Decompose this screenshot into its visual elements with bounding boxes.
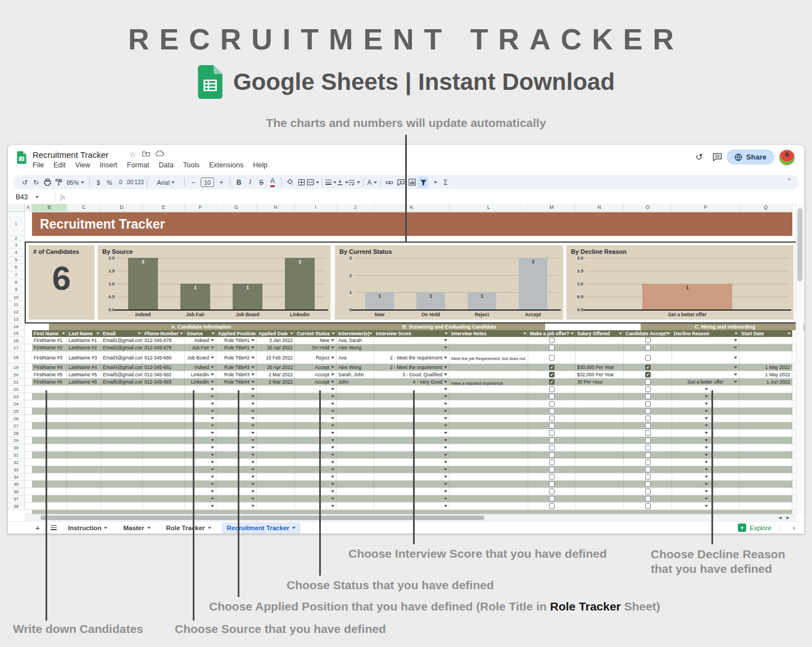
table-cell[interactable] — [672, 452, 740, 458]
account-avatar[interactable] — [779, 149, 795, 166]
table-cell[interactable] — [450, 495, 528, 502]
dropdown-caret-icon[interactable] — [444, 395, 447, 398]
column-header-K[interactable]: K — [374, 204, 450, 212]
column-header-N[interactable]: N — [575, 204, 624, 212]
table-cell[interactable] — [740, 352, 792, 363]
table-cell[interactable] — [450, 422, 528, 429]
dropdown-caret-icon[interactable] — [251, 366, 255, 368]
table-cell[interactable]: FirstName #4 — [32, 364, 67, 371]
row-header-35[interactable]: 35 — [8, 481, 25, 488]
table-cell[interactable] — [450, 466, 528, 473]
table-cell[interactable]: $30,000 Per Year — [575, 364, 624, 371]
dropdown-caret-icon[interactable] — [331, 490, 334, 493]
checkbox-unchecked[interactable] — [549, 416, 555, 421]
dropdown-caret-icon[interactable] — [705, 439, 708, 441]
menu-help[interactable]: Help — [253, 161, 267, 169]
comments-icon[interactable] — [713, 153, 722, 161]
text-wrap-icon[interactable] — [348, 176, 360, 188]
dropdown-caret-icon[interactable] — [734, 373, 737, 376]
row-header-14[interactable]: 14 — [8, 324, 25, 330]
table-cell[interactable] — [740, 400, 792, 407]
all-sheets-icon[interactable] — [47, 525, 60, 530]
sheets-logo-icon[interactable] — [17, 151, 26, 164]
column-header-L[interactable]: L — [450, 204, 528, 212]
dropdown-caret-icon[interactable] — [211, 432, 214, 434]
table-cell[interactable]: 012-345-681 — [143, 364, 185, 371]
table-cell[interactable] — [528, 352, 575, 363]
table-cell[interactable] — [337, 430, 374, 436]
checkbox-unchecked[interactable] — [549, 474, 555, 480]
table-cell[interactable] — [374, 393, 450, 400]
checkbox-unchecked[interactable] — [549, 386, 555, 392]
table-cell[interactable] — [337, 466, 374, 473]
table-cell[interactable] — [101, 400, 143, 407]
table-cell[interactable] — [528, 488, 575, 495]
dropdown-caret-icon[interactable] — [444, 373, 447, 376]
table-cell[interactable] — [32, 466, 67, 473]
dropdown-caret-icon[interactable] — [331, 373, 334, 376]
dropdown-caret-icon[interactable] — [331, 417, 334, 420]
table-cell[interactable] — [672, 408, 740, 414]
table-cell[interactable] — [216, 422, 257, 429]
table-cell[interactable] — [216, 503, 257, 509]
row-header-15[interactable]: 15 — [8, 330, 25, 337]
table-cell[interactable] — [450, 408, 528, 414]
table-cell[interactable] — [337, 422, 374, 429]
checkbox-unchecked[interactable] — [549, 496, 555, 502]
insert-comment-icon[interactable] — [395, 176, 406, 188]
table-cell[interactable] — [374, 337, 450, 344]
insert-link-icon[interactable] — [384, 176, 395, 188]
dropdown-caret-icon[interactable] — [444, 410, 447, 412]
dropdown-caret-icon[interactable] — [211, 395, 214, 398]
collapse-panel-icon[interactable]: ‹ — [793, 523, 795, 532]
column-header-O[interactable]: O — [624, 204, 672, 212]
table-cell[interactable] — [101, 393, 143, 400]
table-cell[interactable] — [67, 437, 101, 444]
table-cell[interactable] — [143, 459, 185, 466]
table-cell[interactable] — [740, 466, 792, 473]
checkbox-unchecked[interactable] — [549, 345, 555, 350]
table-cell[interactable] — [185, 400, 216, 407]
dropdown-caret-icon[interactable] — [444, 454, 447, 456]
table-cell[interactable] — [528, 393, 575, 400]
merge-cells-icon[interactable] — [307, 176, 319, 188]
table-cell[interactable] — [216, 481, 257, 487]
table-cell[interactable] — [67, 473, 101, 480]
table-cell[interactable] — [257, 393, 295, 400]
table-cell[interactable] — [672, 400, 740, 407]
table-cell[interactable] — [528, 422, 575, 429]
table-cell[interactable] — [32, 422, 67, 429]
table-cell[interactable]: Indeed — [185, 337, 216, 344]
table-cell[interactable]: LastName #5 — [67, 371, 101, 378]
filter-icon[interactable] — [734, 332, 738, 335]
table-cell[interactable] — [740, 503, 792, 509]
row-header-34[interactable]: 34 — [8, 473, 25, 481]
col-header-applied-date[interactable]: Applied Date — [257, 330, 295, 337]
fill-color-icon[interactable] — [284, 176, 296, 188]
table-cell[interactable] — [32, 459, 67, 466]
table-cell[interactable] — [374, 452, 450, 458]
name-box[interactable]: B43 — [8, 193, 51, 201]
table-cell[interactable] — [624, 352, 672, 363]
table-cell[interactable] — [143, 437, 185, 444]
dropdown-caret-icon[interactable] — [251, 476, 255, 478]
row-header-16[interactable]: 16 — [8, 337, 25, 344]
table-cell[interactable] — [185, 466, 216, 473]
checkbox-unchecked[interactable] — [645, 467, 651, 472]
dropdown-caret-icon[interactable] — [705, 483, 708, 485]
column-header-J[interactable]: J — [337, 204, 374, 212]
filter-icon[interactable] — [252, 332, 255, 335]
table-cell[interactable] — [216, 386, 257, 393]
table-cell[interactable] — [672, 503, 740, 509]
table-cell[interactable] — [257, 473, 295, 480]
filter-views-icon[interactable] — [429, 176, 440, 188]
table-cell[interactable] — [295, 459, 337, 466]
menu-extensions[interactable]: Extensions — [209, 161, 243, 169]
add-sheet-icon[interactable]: + — [31, 523, 44, 532]
table-cell[interactable] — [528, 459, 575, 466]
dropdown-caret-icon[interactable] — [211, 454, 214, 456]
dropdown-caret-icon[interactable] — [331, 446, 334, 449]
table-cell[interactable] — [528, 437, 575, 444]
table-cell[interactable] — [575, 386, 624, 393]
row-header-19[interactable]: 19 — [8, 364, 25, 371]
